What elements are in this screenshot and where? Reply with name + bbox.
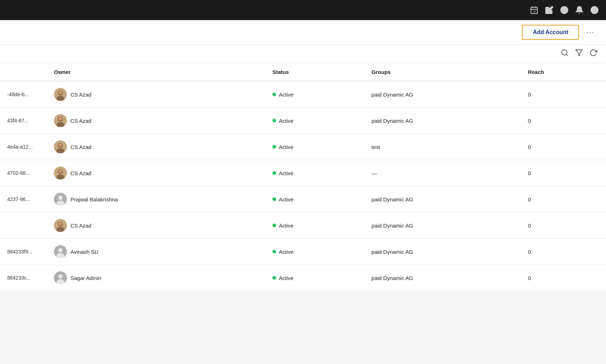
- search-icon[interactable]: [561, 49, 569, 59]
- cell-status: Active: [265, 265, 364, 291]
- refresh-icon[interactable]: [589, 49, 597, 59]
- cell-status: Active: [265, 160, 364, 186]
- col-header-groups: Groups: [364, 63, 521, 81]
- accounts-table-container: Owner Status Groups Reach -48de-b... CS …: [0, 63, 606, 291]
- svg-line-10: [566, 54, 568, 56]
- status-dot: [272, 145, 276, 149]
- table-row[interactable]: CS AzadActivepaid Dynamic AG0: [0, 213, 606, 239]
- cell-groups: test: [364, 134, 521, 160]
- cell-status: Active: [265, 134, 364, 160]
- owner-name: CS Azad: [70, 92, 91, 98]
- svg-text:04: 04: [533, 10, 536, 13]
- col-header-reach: Reach: [521, 63, 606, 81]
- filter-icon[interactable]: [575, 49, 583, 59]
- status-dot: [272, 250, 276, 253]
- table-row[interactable]: 4702-88... CS AzadActive—0: [0, 160, 606, 186]
- cell-owner: CS Azad: [47, 81, 265, 108]
- col-header-owner: Owner: [47, 63, 265, 81]
- cell-id: 884233f9...: [0, 239, 47, 265]
- cell-id: -48de-b...: [0, 81, 47, 108]
- owner-name: Prajwal Balakrishna: [70, 196, 118, 202]
- cell-owner: CS Azad: [47, 108, 265, 134]
- table-row[interactable]: 4237-96... Prajwal BalakrishnaActivepaid…: [0, 186, 606, 213]
- table-row[interactable]: -48de-b... CS AzadActivepaid Dynamic AG0: [0, 81, 606, 108]
- actionbar: Add Account ···: [0, 20, 606, 45]
- more-options-button[interactable]: ···: [583, 27, 597, 38]
- avatar: [54, 245, 67, 258]
- status-text: Active: [279, 275, 294, 281]
- cell-status: Active: [265, 239, 364, 265]
- help-icon[interactable]: [560, 6, 569, 14]
- cell-id: [0, 213, 47, 239]
- svg-point-29: [58, 196, 63, 200]
- cell-reach: 0: [521, 213, 606, 239]
- status-dot: [272, 119, 276, 122]
- cell-groups: paid Dynamic AG: [364, 81, 521, 108]
- status-text: Active: [279, 249, 294, 255]
- cell-groups: paid Dynamic AG: [364, 265, 521, 291]
- cell-reach: 0: [521, 239, 606, 265]
- topbar: 04: [0, 0, 606, 20]
- cell-owner: CS Azad: [47, 134, 265, 160]
- cell-groups: —: [364, 160, 521, 186]
- calendar-icon[interactable]: 04: [530, 6, 538, 14]
- cell-reach: 0: [521, 81, 606, 108]
- status-dot: [272, 197, 276, 201]
- status-text: Active: [279, 144, 294, 150]
- svg-point-39: [58, 274, 63, 279]
- avatar: [54, 219, 67, 232]
- cell-status: Active: [265, 108, 364, 134]
- cell-owner: CS Azad: [47, 160, 265, 186]
- cell-id: 884233c...: [0, 265, 47, 291]
- svg-point-23: [59, 143, 62, 147]
- bell-icon[interactable]: [575, 6, 584, 14]
- status-dot: [272, 93, 276, 96]
- table-row[interactable]: 884233f9... Avinash SUActivepaid Dynamic…: [0, 239, 606, 265]
- table-row[interactable]: 43f4-87... CS AzadActivepaid Dynamic AG0: [0, 108, 606, 134]
- table-header-row: Owner Status Groups Reach: [0, 63, 606, 81]
- status-text: Active: [279, 196, 294, 202]
- cell-owner: Prajwal Balakrishna: [47, 186, 265, 213]
- owner-name: CS Azad: [70, 144, 91, 150]
- owner-name: CS Azad: [70, 118, 91, 124]
- table-row[interactable]: 884233c... Sagar AdminActivepaid Dynamic…: [0, 265, 606, 291]
- owner-name: CS Azad: [70, 223, 91, 229]
- accounts-table: Owner Status Groups Reach -48de-b... CS …: [0, 63, 606, 291]
- cell-reach: 0: [521, 160, 606, 186]
- cell-id: 4e4a-a12...: [0, 134, 47, 160]
- col-header-id: [0, 63, 47, 81]
- status-text: Active: [279, 223, 294, 229]
- cell-id: 43f4-87...: [0, 108, 47, 134]
- cell-reach: 0: [521, 134, 606, 160]
- svg-point-15: [59, 91, 62, 94]
- avatar: [54, 271, 67, 284]
- avatar: [54, 88, 67, 101]
- cell-reach: 0: [521, 265, 606, 291]
- status-dot: [272, 224, 276, 227]
- svg-point-8: [593, 8, 596, 10]
- cell-status: Active: [265, 81, 364, 108]
- cell-id: 4702-88...: [0, 160, 47, 186]
- cell-owner: Avinash SU: [47, 239, 265, 265]
- avatar: [54, 193, 67, 206]
- cell-groups: paid Dynamic AG: [364, 108, 521, 134]
- user-profile-icon[interactable]: [590, 6, 599, 14]
- table-row[interactable]: 4e4a-a12... CS AzadActivetest0: [0, 134, 606, 160]
- cell-groups: paid Dynamic AG: [364, 213, 521, 239]
- add-account-button[interactable]: Add Account: [522, 25, 579, 40]
- status-text: Active: [279, 118, 294, 124]
- status-dot: [272, 171, 276, 175]
- owner-name: CS Azad: [70, 170, 91, 176]
- edit-icon[interactable]: [545, 6, 554, 14]
- owner-name: Avinash SU: [70, 249, 98, 255]
- cell-status: Active: [265, 186, 364, 213]
- cell-groups: paid Dynamic AG: [364, 186, 521, 213]
- cell-status: Active: [265, 213, 364, 239]
- status-text: Active: [279, 92, 294, 98]
- svg-marker-11: [576, 50, 582, 56]
- cell-owner: Sagar Admin: [47, 265, 265, 291]
- owner-name: Sagar Admin: [70, 275, 101, 281]
- cell-groups: paid Dynamic AG: [364, 239, 521, 265]
- cell-owner: CS Azad: [47, 213, 265, 239]
- cell-id: 4237-96...: [0, 186, 47, 213]
